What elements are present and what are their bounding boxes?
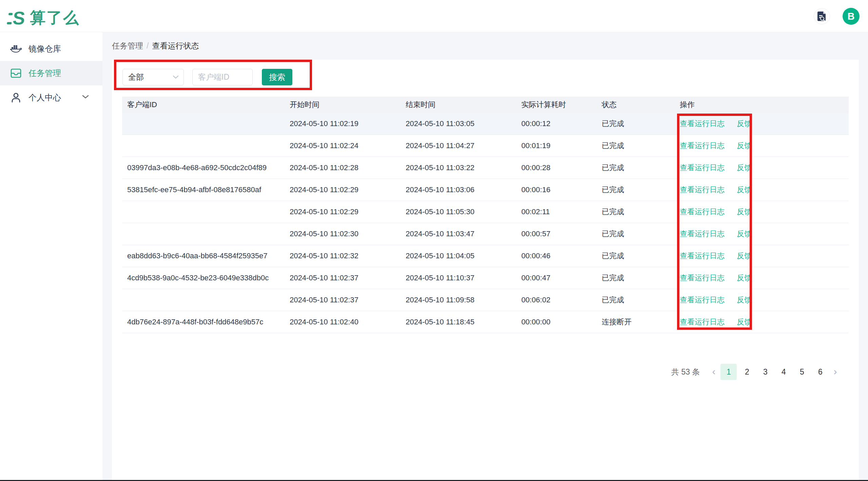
cell-duration: 00:06:02 [516, 296, 597, 304]
cell-end-time: 2024-05-10 11:03:06 [401, 185, 516, 194]
pagination-page-2[interactable]: 2 [739, 364, 755, 380]
feedback-link[interactable]: 反馈 [737, 185, 752, 195]
pagination-next-icon[interactable]: › [829, 364, 841, 380]
table-row: 4cd9b538-9a0c-4532-be23-6049e338db0c 202… [122, 267, 849, 289]
cell-duration: 00:00:28 [516, 163, 597, 172]
col-header-client-id: 客户端ID [122, 100, 285, 110]
sidebar-item-label: 镜像仓库 [28, 43, 61, 54]
pagination-prev-icon[interactable]: ‹ [708, 364, 719, 380]
task-manage-icon [10, 68, 22, 78]
cell-start-time: 2024-05-10 11:02:32 [285, 252, 401, 260]
table-row: 2024-05-10 11:02:30 2024-05-10 11:03:47 … [122, 223, 849, 245]
cell-start-time: 2024-05-10 11:02:29 [285, 185, 401, 194]
pagination-page-1[interactable]: 1 [720, 364, 737, 380]
cell-actions: 查看运行日志 反馈 [675, 317, 849, 327]
feedback-link[interactable]: 反馈 [737, 295, 752, 305]
table-row: eab8dd63-b9c6-40aa-bb68-4584f25935e7 202… [122, 245, 849, 267]
cell-end-time: 2024-05-10 11:10:37 [401, 274, 516, 282]
col-header-status: 状态 [597, 100, 675, 110]
user-avatar[interactable]: B [843, 8, 860, 25]
cell-actions: 查看运行日志 反馈 [675, 185, 849, 195]
table-row: 4db76e24-897a-448f-b03f-fdd648e9b57c 202… [122, 311, 849, 333]
cell-client-id: 4cd9b538-9a0c-4532-be23-6049e338db0c [122, 274, 285, 282]
sidebar-item-image-repo[interactable]: 镜像仓库 [0, 37, 102, 61]
col-header-actions: 操作 [675, 100, 849, 110]
feedback-link[interactable]: 反馈 [737, 141, 752, 151]
view-run-log-link[interactable]: 查看运行日志 [680, 185, 725, 195]
view-run-log-link[interactable]: 查看运行日志 [680, 317, 725, 327]
cell-actions: 查看运行日志 反馈 [675, 251, 849, 261]
breadcrumb-current-page: 查看运行状态 [152, 41, 199, 51]
view-run-log-link[interactable]: 查看运行日志 [680, 207, 725, 217]
view-run-log-link[interactable]: 查看运行日志 [680, 141, 725, 151]
cell-duration: 00:01:19 [516, 141, 597, 150]
table-row: 2024-05-10 11:02:37 2024-05-10 11:09:58 … [122, 289, 849, 311]
table-row: 53815efc-ee75-4b94-afbf-08e8176580af 202… [122, 179, 849, 201]
audit-log-button[interactable] [814, 8, 830, 24]
cell-duration: 00:00:47 [516, 274, 597, 282]
feedback-link[interactable]: 反馈 [737, 251, 752, 261]
top-header-bar: S 算了么 B [0, 0, 868, 32]
logo-text: 算了么 [30, 7, 80, 28]
cell-start-time: 2024-05-10 11:02:37 [285, 296, 401, 304]
pagination-total: 共 53 条 [671, 367, 700, 377]
cell-end-time: 2024-05-10 11:04:27 [401, 141, 516, 150]
table-row: 2024-05-10 11:02:29 2024-05-10 11:05:30 … [122, 201, 849, 223]
cell-actions: 查看运行日志 反馈 [675, 141, 849, 151]
pagination-page-5[interactable]: 5 [794, 364, 810, 380]
pagination-page-6[interactable]: 6 [812, 364, 828, 380]
feedback-link[interactable]: 反馈 [737, 119, 752, 129]
status-filter-value: 全部 [128, 72, 173, 82]
pagination-page-4[interactable]: 4 [775, 364, 792, 380]
table-row: 03997da3-e08b-4e68-a692-50cdc2c04f89 202… [122, 157, 849, 179]
cell-status: 已完成 [597, 119, 675, 129]
view-run-log-link[interactable]: 查看运行日志 [680, 273, 725, 283]
view-run-log-link[interactable]: 查看运行日志 [680, 163, 725, 173]
cell-end-time: 2024-05-10 11:03:47 [401, 229, 516, 238]
cell-client-id: 53815efc-ee75-4b94-afbf-08e8176580af [122, 185, 285, 194]
cell-client-id: 03997da3-e08b-4e68-a692-50cdc2c04f89 [122, 163, 285, 172]
pagination: 共 53 条 ‹ 123456 › [671, 364, 841, 380]
status-filter-select[interactable]: 全部 [122, 69, 184, 85]
view-run-log-link[interactable]: 查看运行日志 [680, 119, 725, 129]
feedback-link[interactable]: 反馈 [737, 229, 752, 239]
cell-status: 已完成 [597, 207, 675, 217]
cell-start-time: 2024-05-10 11:02:37 [285, 274, 401, 282]
feedback-link[interactable]: 反馈 [737, 273, 752, 283]
search-button[interactable]: 搜索 [262, 69, 292, 85]
task-table: 客户端ID 开始时间 结束时间 实际计算耗时 状态 操作 2024-05-10 … [122, 97, 849, 333]
sidebar-item-user-center[interactable]: 个人中心 [0, 85, 102, 110]
cell-actions: 查看运行日志 反馈 [675, 119, 849, 129]
cell-actions: 查看运行日志 反馈 [675, 273, 849, 283]
feedback-link[interactable]: 反馈 [737, 207, 752, 217]
view-run-log-link[interactable]: 查看运行日志 [680, 251, 725, 261]
col-header-end-time: 结束时间 [401, 100, 516, 110]
cell-duration: 00:02:11 [516, 207, 597, 216]
col-header-duration: 实际计算耗时 [516, 100, 597, 110]
cell-duration: 00:00:46 [516, 252, 597, 260]
breadcrumb: 任务管理 / 查看运行状态 [112, 41, 199, 51]
cell-actions: 查看运行日志 反馈 [675, 207, 849, 217]
feedback-link[interactable]: 反馈 [737, 317, 752, 327]
cell-status: 已完成 [597, 163, 675, 173]
cell-duration: 00:00:00 [516, 318, 597, 326]
chevron-down-icon [82, 95, 89, 99]
cell-start-time: 2024-05-10 11:02:30 [285, 229, 401, 238]
app-logo: S 算了么 [13, 7, 80, 28]
cell-client-id: eab8dd63-b9c6-40aa-bb68-4584f25935e7 [122, 252, 285, 260]
table-row: 2024-05-10 11:02:19 2024-05-10 11:03:05 … [122, 113, 849, 135]
feedback-link[interactable]: 反馈 [737, 163, 752, 173]
sidebar-item-task-manage[interactable]: 任务管理 [0, 61, 102, 85]
view-run-log-link[interactable]: 查看运行日志 [680, 295, 725, 305]
breadcrumb-task-manage[interactable]: 任务管理 [112, 41, 143, 51]
breadcrumb-separator: / [147, 41, 149, 51]
cell-start-time: 2024-05-10 11:02:24 [285, 141, 401, 150]
view-run-log-link[interactable]: 查看运行日志 [680, 229, 725, 239]
sidebar-item-label: 任务管理 [28, 68, 61, 79]
table-body: 2024-05-10 11:02:19 2024-05-10 11:03:05 … [122, 113, 849, 333]
logo-s-icon: S [12, 9, 26, 26]
cell-client-id: 4db76e24-897a-448f-b03f-fdd648e9b57c [122, 318, 285, 326]
client-id-input[interactable] [192, 69, 253, 85]
pagination-page-3[interactable]: 3 [757, 364, 773, 380]
cell-actions: 查看运行日志 反馈 [675, 229, 849, 239]
